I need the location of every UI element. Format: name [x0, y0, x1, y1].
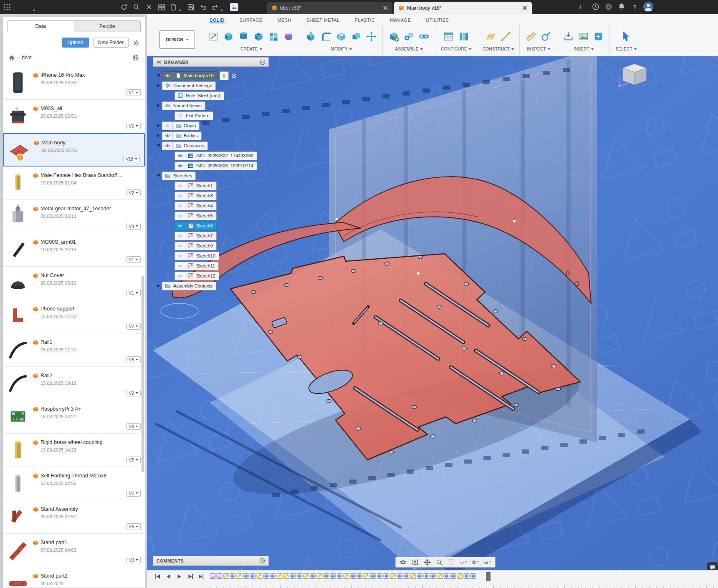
visibility-eye-icon[interactable] — [162, 142, 173, 150]
timeline-feature-marker[interactable] — [323, 573, 329, 579]
expand-comments-icon[interactable] — [259, 558, 265, 564]
breadcrumb-folder[interactable]: bbot — [22, 55, 31, 61]
list-item[interactable]: Nut Cover 20.08.2025 03:29 V1 — [3, 267, 145, 300]
section-analysis-icon[interactable] — [540, 31, 551, 42]
visibility-eye-icon[interactable] — [175, 252, 185, 260]
visibility-eye-icon[interactable] — [175, 212, 185, 220]
ribbon-group-menu[interactable]: MODIFY — [306, 47, 377, 51]
browser-row[interactable]: Named Views — [153, 101, 269, 111]
timeline-feature-marker[interactable] — [430, 573, 436, 579]
version-dropdown[interactable]: V2 — [126, 490, 141, 497]
go-to-end-icon[interactable] — [198, 574, 204, 579]
list-item[interactable]: Rigid brass wheel coupling 19.08.2025 14… — [3, 434, 145, 467]
viewport-layout-icon[interactable] — [484, 559, 491, 566]
minimize-browser-icon[interactable] — [260, 59, 265, 65]
comments-bar[interactable]: COMMENTS — [153, 556, 269, 566]
version-dropdown[interactable]: V5 — [126, 523, 141, 530]
timeline-sketch-marker[interactable] — [316, 573, 323, 579]
data-panel-scrollbar[interactable] — [142, 276, 144, 472]
display-settings-icon[interactable] — [460, 559, 467, 566]
new-folder-button[interactable]: New Folder — [93, 38, 129, 48]
visibility-eye-icon[interactable] — [175, 222, 185, 230]
expand-arrow-icon[interactable] — [155, 84, 162, 87]
tab-sheet-metal[interactable]: SHEET METAL — [306, 18, 340, 23]
timeline-feature-marker[interactable] — [350, 573, 356, 579]
version-dropdown[interactable]: V1 — [126, 89, 141, 96]
browser-row[interactable]: Canvases — [153, 141, 269, 151]
list-item[interactable]: M90S_ali 20.08.2025 02:51 V6 — [3, 100, 145, 133]
insert-derive-icon[interactable] — [563, 31, 574, 42]
browser-row[interactable]: Document Settings — [153, 81, 269, 91]
fillet-icon[interactable] — [321, 31, 332, 42]
visibility-eye-icon[interactable] — [175, 182, 185, 190]
zoom-icon[interactable] — [436, 559, 443, 566]
ribbon-group-menu[interactable]: INSERT — [563, 47, 604, 51]
list-item[interactable]: Stand part1 07.08.2025 04:03 V3 — [3, 534, 145, 567]
browser-row[interactable]: Rule: Steel (mm) — [153, 91, 269, 101]
visibility-eye-icon[interactable] — [162, 132, 173, 140]
collapse-panel-icon[interactable] — [156, 60, 161, 64]
visibility-eye-icon[interactable] — [175, 192, 185, 200]
browser-row[interactable]: Sketch3 — [153, 191, 269, 201]
list-item[interactable]: Phone support 15.08.2025 17:20 V2 — [3, 300, 145, 333]
timeline-feature-marker[interactable] — [243, 573, 249, 579]
ribbon-group-menu[interactable]: ASSEMBLE — [388, 47, 430, 51]
fit-view-icon[interactable] — [448, 559, 455, 566]
timeline-feature-marker[interactable] — [296, 573, 303, 579]
timeline-sketch-marker[interactable] — [276, 573, 283, 579]
app-menu-caret-icon[interactable] — [33, 5, 37, 9]
upload-button[interactable]: Upload — [62, 38, 89, 48]
profile-status-icon[interactable] — [604, 3, 613, 11]
timeline-sketch-marker[interactable] — [390, 573, 396, 579]
browser-row[interactable]: Sketch10 — [153, 251, 269, 261]
timeline-feature-marker[interactable] — [443, 573, 450, 579]
version-dropdown[interactable]: V6 — [126, 123, 141, 129]
timeline-feature-marker[interactable] — [463, 573, 470, 579]
avatar[interactable] — [643, 2, 653, 12]
visibility-eye-icon[interactable] — [162, 122, 173, 130]
browser-row[interactable]: Main body v18 — [153, 71, 269, 81]
version-dropdown[interactable]: V5 — [126, 356, 141, 363]
feedback-chat-button[interactable] — [707, 562, 718, 570]
refresh-icon[interactable] — [120, 3, 128, 11]
timeline-feature-marker[interactable] — [330, 573, 336, 579]
timeline-feature-marker[interactable] — [377, 573, 383, 579]
timeline-sketch-marker[interactable] — [236, 573, 243, 579]
redo-caret-icon[interactable] — [220, 5, 225, 9]
timeline-feature-marker[interactable] — [230, 573, 236, 579]
browser-row[interactable]: IMG_20250806_190910714 — [153, 161, 269, 171]
version-dropdown[interactable]: V5 — [126, 457, 141, 463]
timeline-feature-marker[interactable] — [423, 573, 430, 579]
ribbon-group-menu[interactable]: SELECT — [615, 47, 637, 51]
configuration-table-icon[interactable] — [443, 31, 454, 42]
close-icon[interactable] — [145, 3, 153, 11]
document-tab[interactable]: bbot v33* — [267, 2, 392, 14]
look-at-icon[interactable] — [412, 559, 419, 566]
browser-row[interactable]: Sketch6 — [153, 221, 269, 231]
timeline-feature-marker[interactable] — [370, 573, 376, 579]
timeline-sketch-marker[interactable] — [283, 573, 289, 579]
visibility-eye-icon[interactable] — [175, 162, 185, 170]
grid-settings-icon[interactable] — [472, 559, 479, 566]
visibility-eye-icon[interactable] — [175, 202, 185, 210]
panel-settings-gear-icon[interactable] — [133, 39, 140, 46]
hole-icon[interactable] — [253, 31, 264, 42]
timeline-feature-marker[interactable] — [336, 573, 343, 579]
timeline-sketch-marker[interactable] — [303, 573, 309, 579]
offset-plane-icon[interactable] — [485, 31, 496, 42]
timeline-feature-marker[interactable] — [310, 573, 316, 579]
extrude-icon[interactable] — [223, 31, 234, 42]
visibility-eye-icon[interactable] — [175, 272, 185, 280]
viewcube[interactable] — [623, 64, 646, 85]
select-icon[interactable] — [620, 31, 632, 42]
timeline-sketch-marker[interactable] — [437, 573, 443, 579]
activate-component-radio-icon[interactable] — [231, 73, 237, 79]
expand-arrow-icon[interactable] — [155, 104, 162, 107]
timeline-sketch-marker[interactable] — [256, 573, 263, 579]
job-status-icon[interactable] — [592, 3, 600, 11]
ribbon-group-menu[interactable]: INSPECT — [525, 47, 551, 51]
tab-surface[interactable]: SURFACE — [240, 18, 263, 23]
form-icon[interactable] — [283, 31, 294, 42]
timeline-feature-marker[interactable] — [383, 573, 389, 579]
list-item[interactable]: Male Female Hex Brass Standoff ... 19.08… — [3, 167, 145, 200]
